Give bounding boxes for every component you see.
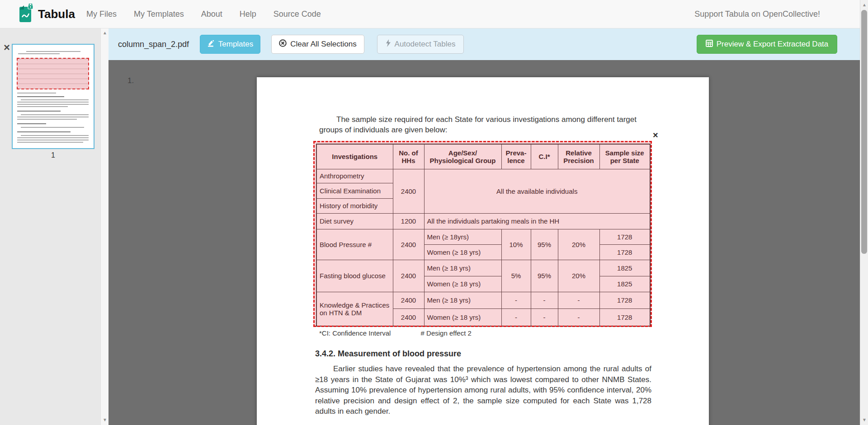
page-thumbnail[interactable]: [12, 44, 94, 149]
lightning-bolt-icon: [386, 39, 391, 49]
remove-page-button[interactable]: ×: [4, 42, 10, 53]
autodetect-tables-button[interactable]: Autodetect Tables: [377, 35, 464, 54]
clear-all-selections-button[interactable]: Clear All Selections: [271, 35, 364, 54]
footnote-ci: *CI: Confidence Interval: [319, 329, 391, 337]
nav-item-my-files[interactable]: My Files: [78, 9, 125, 19]
page-thumbnail-preview: [13, 45, 94, 148]
current-filename: column_span_2.pdf: [118, 28, 189, 60]
thumbnail-sidebar: ×: [0, 28, 100, 425]
nav-item-about[interactable]: About: [193, 9, 231, 19]
selection-close-icon[interactable]: ×: [653, 131, 658, 140]
nav-item-source-code[interactable]: Source Code: [265, 9, 330, 19]
nav-links: My Files My Templates About Help Source …: [78, 0, 330, 28]
table-footnotes: *CI: Confidence Interval # Design effect…: [319, 329, 472, 337]
tabula-app: Tabula My Files My Templates About Help …: [0, 0, 868, 425]
clear-all-selections-label: Clear All Selections: [290, 40, 356, 49]
sidebar-scroll-down-arrow[interactable]: ▼: [103, 418, 107, 422]
preview-export-button[interactable]: Preview & Export Extracted Data: [697, 35, 837, 54]
templates-button[interactable]: Templates: [200, 35, 260, 54]
brand-name: Tabula: [38, 7, 75, 21]
body-paragraph: Earlier studies have revealed that the p…: [315, 364, 651, 417]
thumbnail-selection-overlay: [17, 58, 89, 89]
footnote-design-effect: # Design effect 2: [421, 329, 472, 337]
thumbnail-page-number: 1: [12, 151, 94, 159]
templates-button-label: Templates: [218, 40, 253, 49]
autodetect-tables-label: Autodetect Tables: [395, 40, 456, 49]
clear-circle-x-icon: [279, 39, 287, 49]
top-navbar: Tabula My Files My Templates About Help …: [0, 0, 860, 28]
table-selection-overlay[interactable]: [313, 141, 652, 327]
support-link[interactable]: Support Tabula on OpenCollective!: [694, 0, 820, 28]
sidebar-scrollbar[interactable]: ▲ ▼: [100, 28, 108, 425]
document-viewport: 1. The sample size required for each Sta…: [108, 60, 860, 425]
nav-item-my-templates[interactable]: My Templates: [125, 9, 193, 19]
pdf-page[interactable]: The sample size required for each State …: [257, 77, 709, 425]
spreadsheet-icon: [706, 40, 713, 49]
intro-paragraph: The sample size required for each State …: [319, 114, 651, 135]
tabula-logo-icon: [19, 4, 33, 24]
window-scrollbar-thumb[interactable]: [861, 10, 867, 254]
window-scrollbar[interactable]: ▲ ▼: [860, 0, 868, 425]
section-heading: 3.4.2. Measurement of blood pressure: [315, 349, 461, 359]
window-scroll-down-arrow[interactable]: ▼: [862, 418, 867, 422]
sidebar-scroll-up-arrow[interactable]: ▲: [103, 31, 107, 35]
brand-home-link[interactable]: Tabula: [19, 4, 75, 24]
window-scroll-up-arrow[interactable]: ▲: [862, 3, 867, 7]
templates-icon: [207, 40, 215, 49]
toolbar: column_span_2.pdf Templates Clear All Se…: [108, 28, 860, 60]
page-number-label: 1.: [127, 76, 134, 85]
nav-item-help[interactable]: Help: [231, 9, 265, 19]
preview-export-label: Preview & Export Extracted Data: [717, 40, 829, 49]
